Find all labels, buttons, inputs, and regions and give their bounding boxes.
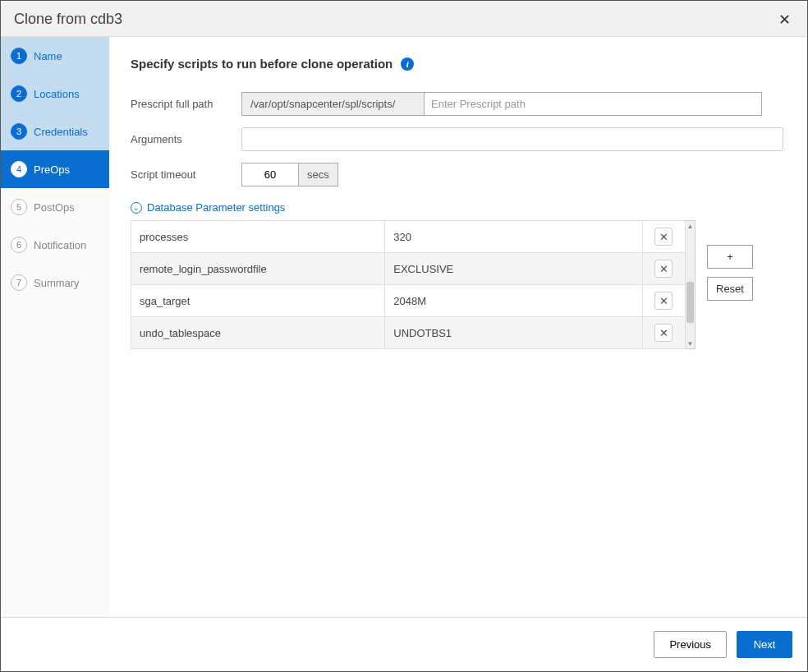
step-label: Locations xyxy=(34,88,80,100)
step-badge: 2 xyxy=(11,85,27,102)
chevron-down-icon: ⌄ xyxy=(131,202,142,214)
param-name[interactable]: processes xyxy=(131,221,385,253)
step-locations[interactable]: 2 Locations xyxy=(1,75,109,113)
step-label: Summary xyxy=(34,277,80,289)
table-row: remote_login_passwordfile EXCLUSIVE ✕ xyxy=(131,253,686,285)
table-row: undo_tablespace UNDOTBS1 ✕ xyxy=(131,317,686,349)
previous-button[interactable]: Previous xyxy=(654,631,727,658)
close-icon[interactable]: ✕ xyxy=(775,12,794,27)
prescript-prefix: /var/opt/snapcenter/spl/scripts/ xyxy=(242,93,425,115)
step-badge: 6 xyxy=(11,237,27,253)
step-label: Notification xyxy=(34,239,86,251)
prescript-group: /var/opt/snapcenter/spl/scripts/ xyxy=(241,92,762,116)
delete-row-button[interactable]: ✕ xyxy=(654,292,673,310)
step-name[interactable]: 1 Name xyxy=(1,37,109,75)
dialog-titlebar: Clone from cdb3 ✕ xyxy=(1,1,807,37)
table-row: sga_target 2048M ✕ xyxy=(131,285,686,317)
param-name[interactable]: remote_login_passwordfile xyxy=(131,253,385,285)
info-icon[interactable]: i xyxy=(401,58,414,71)
param-value[interactable]: UNDOTBS1 xyxy=(385,317,642,349)
step-badge: 7 xyxy=(11,274,27,291)
step-credentials[interactable]: 3 Credentials xyxy=(1,113,109,150)
step-badge: 1 xyxy=(11,48,27,64)
param-scrollbar[interactable]: ▲ ▼ xyxy=(686,220,696,349)
arguments-input[interactable] xyxy=(241,127,783,151)
dialog-footer: Previous Next xyxy=(1,617,807,671)
step-badge: 4 xyxy=(11,161,27,177)
db-param-expander[interactable]: ⌄ Database Parameter settings xyxy=(131,201,786,214)
add-param-button[interactable]: + xyxy=(707,245,753,269)
main-panel: Specify scripts to run before clone oper… xyxy=(109,37,807,617)
page-heading: Specify scripts to run before clone oper… xyxy=(131,57,786,71)
db-param-expander-label: Database Parameter settings xyxy=(147,201,285,214)
reset-params-button[interactable]: Reset xyxy=(707,277,753,301)
step-summary[interactable]: 7 Summary xyxy=(1,264,109,301)
delete-row-button[interactable]: ✕ xyxy=(654,324,673,342)
step-postops[interactable]: 5 PostOps xyxy=(1,188,109,226)
step-notification[interactable]: 6 Notification xyxy=(1,226,109,264)
param-side-buttons: + Reset xyxy=(707,245,753,301)
step-badge: 5 xyxy=(11,199,27,215)
prescript-input[interactable] xyxy=(425,93,761,115)
dialog-body: 1 Name 2 Locations 3 Credentials 4 PreOp… xyxy=(1,37,807,617)
timeout-unit: secs xyxy=(299,163,338,186)
next-button[interactable]: Next xyxy=(737,631,792,658)
wizard-sidebar: 1 Name 2 Locations 3 Credentials 4 PreOp… xyxy=(1,37,109,617)
param-area: processes 320 ✕ remote_login_passwordfil… xyxy=(131,220,786,349)
param-scroll-wrap: processes 320 ✕ remote_login_passwordfil… xyxy=(131,220,696,349)
timeout-label: Script timeout xyxy=(131,168,241,181)
timeout-row: Script timeout secs xyxy=(131,163,786,186)
prescript-label: Prescript full path xyxy=(131,98,241,110)
page-heading-text: Specify scripts to run before clone oper… xyxy=(131,57,393,71)
param-value[interactable]: EXCLUSIVE xyxy=(385,253,642,285)
prescript-row: Prescript full path /var/opt/snapcenter/… xyxy=(131,92,786,116)
arguments-label: Arguments xyxy=(131,133,241,145)
delete-row-button[interactable]: ✕ xyxy=(654,228,673,246)
step-label: Credentials xyxy=(34,126,88,138)
param-value[interactable]: 320 xyxy=(385,221,642,253)
step-label: PreOps xyxy=(34,163,70,176)
param-name[interactable]: sga_target xyxy=(131,285,385,317)
scroll-thumb[interactable] xyxy=(686,282,694,323)
delete-row-button[interactable]: ✕ xyxy=(654,260,673,278)
step-label: Name xyxy=(34,50,62,62)
param-table: processes 320 ✕ remote_login_passwordfil… xyxy=(131,220,686,349)
param-value[interactable]: 2048M xyxy=(385,285,642,317)
scroll-up-icon[interactable]: ▲ xyxy=(686,221,695,231)
param-name[interactable]: undo_tablespace xyxy=(131,317,385,349)
step-preops[interactable]: 4 PreOps xyxy=(1,150,109,188)
step-label: PostOps xyxy=(34,201,75,214)
scroll-down-icon[interactable]: ▼ xyxy=(686,338,695,348)
table-row: processes 320 ✕ xyxy=(131,221,686,253)
timeout-input[interactable] xyxy=(241,163,299,186)
step-badge: 3 xyxy=(11,123,27,140)
arguments-row: Arguments xyxy=(131,127,786,151)
dialog-title: Clone from cdb3 xyxy=(14,11,122,28)
